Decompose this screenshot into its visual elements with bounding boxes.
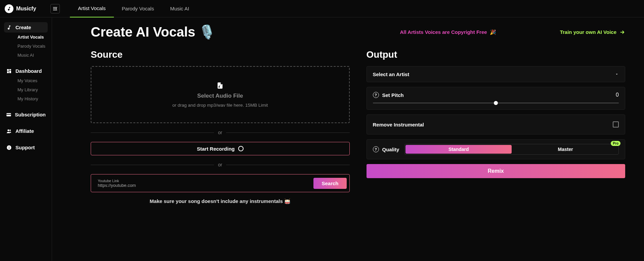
topbar: Musicfy Artist Vocals Parody Vocals Musi… xyxy=(0,0,644,17)
svg-rect-2 xyxy=(9,70,11,73)
sidebar-label: Create xyxy=(15,24,31,30)
link-label: Train your own AI Voice xyxy=(560,29,616,35)
record-icon xyxy=(238,146,244,151)
svg-point-6 xyxy=(7,129,9,131)
sidebar-item-my-library[interactable]: My Library xyxy=(4,85,48,94)
remove-instrumental-label: Remove Instrumental xyxy=(373,122,424,127)
info-icon xyxy=(6,145,12,150)
source-heading: Source xyxy=(91,49,350,60)
svg-point-7 xyxy=(9,129,11,131)
sidebar-section-affiliate[interactable]: Affiliate xyxy=(4,126,48,136)
top-tabs: Artist Vocals Parody Vocals Music AI xyxy=(70,0,197,17)
card-icon xyxy=(6,112,11,117)
remove-instrumental-card: Remove Instrumental xyxy=(367,114,626,135)
audio-file-icon xyxy=(216,82,224,89)
sidebar-label: Affiliate xyxy=(15,128,34,134)
help-icon[interactable]: ? xyxy=(373,146,379,152)
quality-standard[interactable]: Standard xyxy=(405,145,512,154)
sidebar-section-subscription[interactable]: Subscription xyxy=(4,109,48,120)
people-icon xyxy=(6,128,12,134)
start-recording-button[interactable]: Start Recording xyxy=(91,142,350,155)
sidebar-toggle[interactable] xyxy=(50,4,60,13)
sidebar-item-parody-vocals[interactable]: Parody Vocals xyxy=(4,42,48,51)
page-title: Create AI Vocals 🎙️ xyxy=(91,24,215,40)
youtube-label: Youtube Link xyxy=(98,179,313,183)
audio-dropzone[interactable]: Select Audio File or drag and drop mp3/w… xyxy=(91,66,350,123)
party-icon: 🎉 xyxy=(490,29,496,35)
pitch-card: ? Set Pitch 0 xyxy=(367,87,626,110)
svg-rect-0 xyxy=(7,69,9,71)
output-column: Output Select an Artist ? Set Pitch 0 xyxy=(367,49,626,204)
svg-rect-1 xyxy=(9,69,11,70)
dropzone-title: Select Audio File xyxy=(197,93,243,99)
svg-rect-3 xyxy=(7,71,9,73)
tab-music-ai[interactable]: Music AI xyxy=(162,0,197,17)
svg-rect-5 xyxy=(6,114,11,115)
pitch-label: Set Pitch xyxy=(382,92,404,98)
youtube-input[interactable]: Youtube Link https://youtube.com xyxy=(98,179,313,188)
svg-rect-10 xyxy=(9,146,9,147)
search-button[interactable]: Search xyxy=(313,178,346,189)
page-title-text: Create AI Vocals xyxy=(91,24,195,40)
copyright-free-link[interactable]: All Artists Voices are Copyright Free 🎉 xyxy=(400,29,496,35)
pro-badge: Pro xyxy=(611,141,620,146)
divider-or: or xyxy=(91,162,350,167)
select-artist-dropdown[interactable]: Select an Artist xyxy=(367,66,626,82)
dropzone-subtitle: or drag and drop mp3/wav file here. 15MB… xyxy=(172,103,268,108)
select-label: Select an Artist xyxy=(373,71,410,77)
sidebar-item-my-history[interactable]: My History xyxy=(4,94,48,103)
drum-icon: 🥁 xyxy=(284,198,291,204)
arrow-right-icon xyxy=(619,29,625,35)
logo-icon xyxy=(5,4,13,13)
sidebar-label: Dashboard xyxy=(15,68,42,74)
output-heading: Output xyxy=(367,49,626,60)
brand[interactable]: Musicfy xyxy=(5,4,52,13)
sidebar-label: Subscription xyxy=(15,112,46,117)
instrumental-note: Make sure your song doesn't include any … xyxy=(91,198,350,204)
dashboard-icon xyxy=(6,68,12,74)
quality-master[interactable]: Master xyxy=(512,144,618,154)
remove-instrumental-checkbox[interactable] xyxy=(613,121,619,127)
chevron-down-icon xyxy=(615,72,619,76)
slider-thumb[interactable] xyxy=(494,101,498,105)
tab-artist-vocals[interactable]: Artist Vocals xyxy=(70,0,114,17)
remix-button[interactable]: Remix xyxy=(367,164,626,178)
pitch-value: 0 xyxy=(616,92,619,98)
pitch-slider[interactable] xyxy=(373,103,619,103)
sidebar-section-create[interactable]: Create xyxy=(4,22,48,33)
sidebar: Create Artist Vocals Parody Vocals Music… xyxy=(0,17,52,261)
source-column: Source Select Audio File or drag and dro… xyxy=(91,49,350,204)
music-note-icon xyxy=(6,25,12,30)
help-icon[interactable]: ? xyxy=(373,92,379,98)
sidebar-item-music-ai[interactable]: Music AI xyxy=(4,51,48,60)
brand-name: Musicfy xyxy=(16,6,36,12)
quality-segmented: Standard Master Pro xyxy=(404,144,619,155)
microphone-icon: 🎙️ xyxy=(199,24,215,40)
button-label: Start Recording xyxy=(197,146,235,152)
quality-card: ? Quality Standard Master Pro xyxy=(367,139,626,159)
link-label: All Artists Voices are Copyright Free xyxy=(400,29,487,35)
sidebar-item-artist-vocals[interactable]: Artist Vocals xyxy=(4,33,48,42)
sidebar-section-dashboard[interactable]: Dashboard xyxy=(4,66,48,76)
sidebar-label: Support xyxy=(15,145,35,150)
sidebar-section-support[interactable]: Support xyxy=(4,142,48,153)
tab-parody-vocals[interactable]: Parody Vocals xyxy=(114,0,162,17)
svg-rect-9 xyxy=(9,147,9,149)
divider-or: or xyxy=(91,130,350,135)
main-content: Create AI Vocals 🎙️ All Artists Voices a… xyxy=(52,17,644,261)
quality-label: Quality xyxy=(382,147,399,152)
youtube-link-row: Youtube Link https://youtube.com Search xyxy=(91,174,350,192)
sidebar-item-my-voices[interactable]: My Voices xyxy=(4,76,48,85)
youtube-placeholder: https://youtube.com xyxy=(98,183,313,188)
train-voice-link[interactable]: Train your own AI Voice xyxy=(560,29,625,35)
